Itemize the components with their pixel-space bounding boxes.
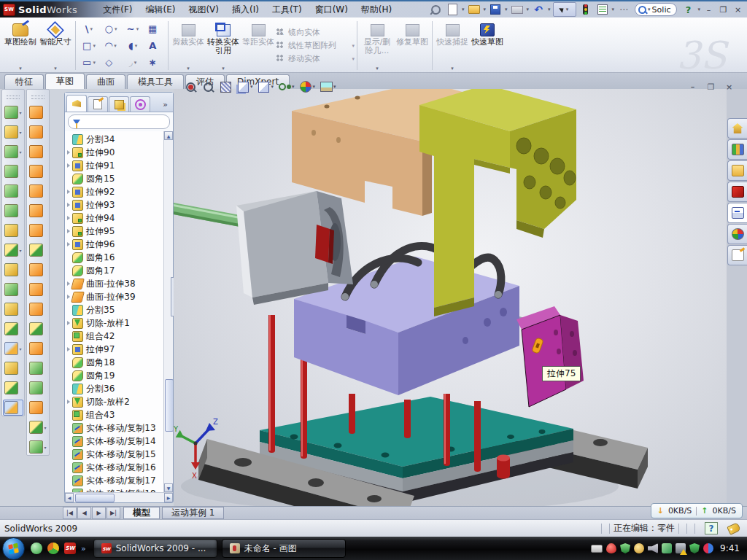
save-button[interactable] bbox=[488, 3, 503, 16]
expand-arrow-icon[interactable] bbox=[65, 321, 72, 325]
dimxpert-manager-tab[interactable] bbox=[130, 96, 150, 112]
repair-sketch-button[interactable]: 修复草图 bbox=[395, 20, 430, 71]
shell-icon[interactable]: ▾ bbox=[3, 301, 23, 317]
section-view-icon[interactable] bbox=[219, 80, 232, 93]
quick-launch-chevron-icon[interactable]: » bbox=[81, 544, 86, 553]
trim-entities-button[interactable]: 剪裁实体 ▾ bbox=[171, 20, 206, 71]
scroll-up-button[interactable]: ▲ bbox=[164, 131, 173, 140]
graphics-viewport[interactable]: Y Z X 拉伸75 bbox=[174, 89, 727, 506]
feature-tree-item[interactable]: 拉伸91 bbox=[65, 159, 164, 172]
taskbar-task-button[interactable]: 未命名 - 画图 bbox=[222, 539, 346, 558]
quick-snaps-button[interactable]: 快速捕捉 ▾ bbox=[435, 20, 470, 71]
feature-tree-item[interactable]: 切除-放样1 bbox=[65, 316, 164, 330]
untrim-surface-icon[interactable]: ▾ bbox=[28, 341, 47, 357]
linear-pattern-icon[interactable]: ▾ bbox=[3, 242, 23, 258]
task-pane-tab[interactable] bbox=[727, 245, 747, 265]
menu-item[interactable]: 窗口(W) bbox=[309, 2, 355, 18]
doc-close-button[interactable]: × bbox=[723, 82, 735, 93]
expand-arrow-icon[interactable] bbox=[65, 203, 72, 207]
document-tab[interactable]: 运动算例 1 bbox=[162, 507, 224, 519]
sketch-fillet-icon[interactable]: ◞▾ bbox=[122, 54, 144, 71]
menu-item[interactable]: 插入(I) bbox=[225, 2, 266, 18]
move-copy-body-icon[interactable]: ▾ bbox=[3, 321, 23, 337]
feature-tree-item[interactable]: 圆角15 bbox=[65, 172, 164, 185]
extruded-cut-icon[interactable]: ▾ bbox=[3, 183, 23, 199]
print-button[interactable] bbox=[510, 3, 525, 16]
expand-arrow-icon[interactable] bbox=[65, 163, 72, 168]
tag-icon[interactable] bbox=[727, 522, 741, 535]
ruled-surface-icon[interactable]: ▾ bbox=[28, 380, 47, 396]
new-document-button[interactable] bbox=[445, 3, 460, 16]
extend-surface-icon[interactable]: ▾ bbox=[28, 301, 47, 317]
thicken-icon[interactable]: ▾ bbox=[28, 360, 47, 376]
menu-item[interactable]: 编辑(E) bbox=[139, 2, 182, 18]
move-entities-icon[interactable]: 移动实体 ▾ bbox=[276, 53, 355, 64]
tree-horizontal-scrollbar[interactable]: ◀ ▶ bbox=[65, 492, 173, 502]
zoom-fit-icon[interactable] bbox=[184, 80, 197, 93]
feature-tree-item[interactable]: 拉伸96 bbox=[65, 238, 164, 251]
convert-entities-button[interactable]: 转换实体引用 ▾ bbox=[206, 20, 241, 71]
ribbon-tab[interactable]: 草图 bbox=[45, 73, 85, 89]
line-icon[interactable]: \▾ bbox=[78, 20, 100, 37]
feature-tree-item[interactable]: 实体-移动/复制17 bbox=[65, 474, 164, 487]
open-button[interactable] bbox=[467, 3, 481, 16]
close-button[interactable]: × bbox=[732, 4, 744, 15]
measure-icon[interactable]: ▾ bbox=[3, 400, 23, 416]
help-button[interactable]: ? bbox=[681, 3, 695, 16]
expand-arrow-icon[interactable] bbox=[65, 242, 72, 246]
feature-tree-item[interactable]: 拉伸92 bbox=[65, 185, 164, 198]
keyboard-icon[interactable] bbox=[591, 545, 603, 553]
zoom-area-icon[interactable] bbox=[201, 80, 214, 93]
toolbar-overflow-icon[interactable]: ⋯ bbox=[616, 3, 631, 16]
display-style-icon[interactable]: ▾ bbox=[258, 80, 274, 93]
minimize-button[interactable]: – bbox=[703, 4, 715, 15]
scroll-thumb[interactable] bbox=[75, 494, 115, 502]
sketch-button[interactable]: 草图绘制 ▾ bbox=[3, 20, 38, 71]
scroll-thumb[interactable] bbox=[165, 379, 173, 432]
menu-item[interactable]: 文件(F) bbox=[96, 2, 139, 18]
restore-button[interactable]: ❐ bbox=[717, 4, 729, 15]
linear-sketch-pattern-icon[interactable]: 线性草图阵列 ▾ bbox=[276, 40, 355, 51]
pin-toolbar-icon[interactable] bbox=[428, 3, 443, 16]
ellipse-icon[interactable]: ◖▾ bbox=[122, 37, 144, 54]
feature-tree-item[interactable]: 分割34 bbox=[65, 133, 164, 146]
scroll-left-button[interactable]: ◀ bbox=[65, 493, 74, 502]
smart-dimension-button[interactable]: 智能尺寸 ▾ bbox=[38, 20, 73, 71]
media-icon[interactable] bbox=[47, 542, 59, 554]
extruded-boss-icon[interactable]: ▾ bbox=[3, 104, 23, 120]
extrude75-block[interactable] bbox=[516, 306, 584, 407]
solidworks-app-icon[interactable]: SW bbox=[3, 4, 15, 16]
polygon-icon[interactable]: ◇▾ bbox=[100, 54, 122, 71]
circle-icon[interactable]: ○▾ bbox=[100, 20, 122, 37]
lofted-surface-icon[interactable]: ▾ bbox=[28, 163, 47, 179]
offset-entities-button[interactable]: 等距实体 bbox=[241, 20, 276, 71]
search-box[interactable]: ▾ Solic bbox=[635, 3, 677, 16]
view-orientation-icon[interactable]: ▾ bbox=[236, 80, 253, 93]
planar-surface-icon[interactable]: ▾ bbox=[28, 222, 47, 238]
feature-tree-item[interactable]: 组合43 bbox=[65, 408, 164, 421]
selection-box-icon[interactable]: ▦▾ bbox=[144, 20, 166, 37]
menu-item[interactable]: 帮助(H) bbox=[355, 2, 398, 18]
feature-tree-item[interactable]: 分割35 bbox=[65, 303, 164, 316]
feature-tree-item[interactable]: 圆角16 bbox=[65, 251, 164, 264]
mirror-entities-icon[interactable]: ⚠ 镜向实体 ▾ bbox=[276, 27, 355, 38]
task-pane-tab[interactable] bbox=[727, 118, 747, 139]
freeform-icon[interactable]: ▾ bbox=[28, 439, 47, 455]
undo-button[interactable]: ↶ bbox=[531, 3, 546, 16]
point-icon[interactable]: ∗▾ bbox=[144, 54, 166, 71]
support-cylinder[interactable] bbox=[497, 455, 510, 479]
task-pane-tab[interactable] bbox=[727, 160, 747, 181]
select-tool-button[interactable]: ▾ bbox=[553, 2, 576, 17]
feature-tree-item[interactable]: 曲面-拉伸38 bbox=[65, 277, 164, 290]
last-tab-button[interactable]: ▶| bbox=[107, 507, 120, 519]
radiate-surface-icon[interactable]: ▾ bbox=[28, 262, 47, 278]
revolved-surface-icon[interactable]: ▾ bbox=[28, 124, 47, 140]
display-delete-relations-button[interactable]: 显示/删除几... ▾ bbox=[360, 20, 395, 71]
feature-tree-item[interactable]: 曲面-拉伸39 bbox=[65, 290, 164, 303]
featuremanager-tree-tab[interactable] bbox=[66, 95, 87, 112]
arc-icon[interactable]: ◠▾ bbox=[100, 37, 122, 54]
doc-restore-button[interactable]: ❐ bbox=[705, 82, 717, 93]
taskbar-task-button[interactable]: SW SolidWorks 2009 - ... bbox=[93, 539, 217, 558]
feature-tree-item[interactable]: 分割36 bbox=[65, 382, 164, 395]
trim-surface-icon[interactable]: ▾ bbox=[28, 321, 47, 337]
